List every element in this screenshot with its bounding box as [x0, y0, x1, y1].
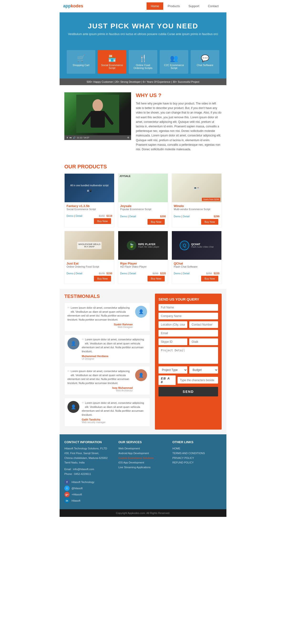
- new-price: $119: [107, 214, 112, 217]
- icon-label: Shopping Cart: [70, 64, 92, 66]
- full-name-input[interactable]: [159, 304, 218, 311]
- footer: CONTACT INFORMATION Hitasoft Technology …: [60, 434, 226, 509]
- buy-button[interactable]: Buy Now: [201, 219, 218, 225]
- captcha-row: EB A 8: [159, 376, 218, 385]
- product-links: Demo | Detail: [174, 215, 190, 218]
- product-image-label: Q QCHAT Flash Audio Video Chat: [180, 241, 214, 250]
- social-label: Hitasoft Technology: [71, 480, 94, 484]
- new-price: $220: [160, 272, 166, 275]
- product-name: Winelo: [174, 204, 220, 208]
- products-grid: All in one bundled multivendor script🖥📱 …: [64, 174, 222, 284]
- buy-button[interactable]: Buy Now: [148, 276, 165, 282]
- buy-button[interactable]: Buy Now: [94, 218, 111, 224]
- logo[interactable]: appkodes: [63, 4, 147, 8]
- avatar-3: 👤: [135, 369, 147, 381]
- service-custom-ecommerce[interactable]: Custom Ecommerce Solutions: [118, 456, 168, 460]
- quote-icon: ": [82, 338, 84, 344]
- price-row: Demo | Detail $299: [172, 214, 221, 219]
- social-twitter[interactable]: t @hitasoft: [64, 486, 114, 491]
- demo-link[interactable]: Demo: [66, 214, 73, 217]
- new-price: $200: [160, 215, 166, 218]
- project-type-budget-row: Project Type Budget: [159, 366, 218, 374]
- testimonial-content: " Lorem ipsum dolor sit amet, consectetu…: [67, 306, 133, 328]
- captcha-input[interactable]: [178, 377, 218, 384]
- demo-link[interactable]: Demo: [66, 272, 73, 275]
- volume-icon[interactable]: 🔊: [73, 136, 75, 139]
- demo-link[interactable]: Demo: [174, 215, 181, 218]
- detail-link[interactable]: Detail: [75, 214, 82, 217]
- social-linkedin[interactable]: in Hitasoft: [64, 498, 114, 503]
- play-icon[interactable]: ⏸: [66, 136, 68, 139]
- email-input[interactable]: [159, 330, 218, 336]
- service-web-dev[interactable]: Web Development: [118, 446, 168, 451]
- footer-phone: Phone : 0452-4220611: [64, 472, 114, 476]
- link-terms[interactable]: TERMS AND CONDITIONS: [172, 451, 222, 456]
- skype-input[interactable]: [159, 338, 187, 345]
- icon-label: C2C Ecommerce Script: [163, 64, 185, 70]
- link-refund[interactable]: REFUND POLICY: [172, 460, 222, 465]
- company-name-input[interactable]: [159, 313, 218, 320]
- video-thumbnail[interactable]: [64, 92, 131, 135]
- copyright-text: Copyright Appkodes.com. All Rights Reser…: [116, 512, 170, 514]
- nav-links: Home Products Support Contact: [147, 2, 223, 10]
- detail-link[interactable]: Detail: [129, 215, 136, 218]
- nav-products[interactable]: Products: [163, 2, 184, 10]
- detail-link[interactable]: Detail: [183, 272, 190, 275]
- budget-select[interactable]: Budget: [189, 366, 218, 374]
- project-detail-input[interactable]: [159, 347, 218, 364]
- icon-food-ordering[interactable]: 🍴 Online Food Ordering Scripts: [129, 50, 157, 74]
- testimonial-2: 👤 " Lorem ipsum dolor sit amet, consecte…: [64, 334, 150, 363]
- contact-input[interactable]: [189, 321, 218, 328]
- buy-button[interactable]: Buy Now: [94, 276, 111, 282]
- product-name: QChat: [174, 262, 220, 265]
- price-row: Demo | Detail $250 $220: [118, 271, 168, 276]
- send-button[interactable]: SEND: [159, 387, 218, 396]
- settings-icon[interactable]: ⚙: [127, 136, 129, 139]
- location-input[interactable]: [159, 321, 187, 328]
- service-android[interactable]: Android App Development: [118, 451, 168, 456]
- services-title: OUR SERVICES: [118, 440, 168, 444]
- link-privacy[interactable]: PRIVACY POLICY: [172, 456, 222, 460]
- price-display: $250 $220: [206, 272, 220, 275]
- nav-support[interactable]: Support: [184, 2, 204, 10]
- svg-point-1: [92, 99, 103, 112]
- social-facebook[interactable]: f Hitasoft Technology: [64, 480, 114, 485]
- footer-contact-title: CONTACT INFORMATION: [64, 440, 114, 444]
- product-card-fantacy: All in one bundled multivendor script🖥📱 …: [64, 174, 114, 227]
- buy-button[interactable]: Buy Now: [201, 276, 218, 282]
- testimonial-role: UI Designer: [82, 358, 147, 360]
- footer-email: Email : info@hitasoft.com: [64, 467, 114, 472]
- price-display: $150 $119: [99, 214, 112, 217]
- icon-social-ecommerce[interactable]: 🏪 Social Ecommerce Script: [98, 50, 126, 74]
- demo-link[interactable]: Demo: [120, 215, 127, 218]
- gtalk-input[interactable]: [189, 338, 218, 345]
- product-card-winelo: 💻☕ Starts from $299 Winelo Multi-vendor …: [172, 174, 222, 227]
- nav-home[interactable]: Home: [147, 2, 164, 10]
- avatar-4: 👤: [67, 401, 79, 413]
- demo-link[interactable]: Demo: [120, 272, 127, 275]
- logo-prefix: app: [63, 4, 71, 8]
- icon-c2c[interactable]: 👥 C2C Ecommerce Script: [160, 50, 188, 74]
- product-desc: Online Ordering Food Script: [66, 265, 112, 268]
- service-ios[interactable]: iOS App Development: [118, 460, 168, 465]
- link-home[interactable]: HOME: [172, 446, 222, 451]
- project-type-select[interactable]: Project Type: [159, 366, 187, 374]
- video-controls[interactable]: ⏸ ⏭ 🔊 11:11 / 14:27 ⚙: [64, 135, 131, 140]
- product-links: Demo | Detail: [66, 214, 82, 217]
- product-card-justeat: WHOLESOME MEALSIN A SNAP Just Eat Online…: [64, 231, 114, 284]
- next-icon[interactable]: ⏭: [70, 136, 72, 139]
- demo-link[interactable]: Demo: [174, 272, 181, 275]
- footer-contact: CONTACT INFORMATION Hitasoft Technology …: [64, 440, 114, 503]
- product-info-justeat: Just Eat Online Ordering Food Script: [65, 260, 114, 271]
- detail-link[interactable]: Detail: [129, 272, 136, 275]
- social-googleplus[interactable]: g+ +Hitasoft: [64, 492, 114, 497]
- nav-contact[interactable]: Contact: [204, 2, 223, 10]
- icon-chat[interactable]: 💬 Chat Software: [191, 50, 219, 74]
- location-contact-row: [159, 321, 218, 328]
- buy-button[interactable]: Buy Now: [148, 219, 165, 225]
- detail-link[interactable]: Detail: [183, 215, 190, 218]
- detail-link[interactable]: Detail: [75, 272, 82, 275]
- icon-shopping-cart[interactable]: 🛒 Shopping Cart: [67, 50, 95, 74]
- service-live-streaming[interactable]: Live Streaming Applications: [118, 465, 168, 470]
- product-info-winelo: Winelo Multi-vendor Ecommerce Script: [172, 202, 221, 214]
